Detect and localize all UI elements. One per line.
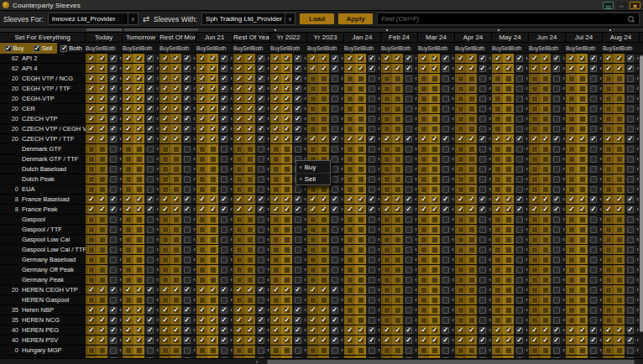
checkbox-sell[interactable] [136,297,143,304]
checkbox-buy[interactable] [162,65,169,72]
checkbox-both[interactable] [516,257,523,263]
checkbox-sell[interactable] [247,287,254,294]
checkbox-both[interactable] [369,297,375,304]
checkbox-both[interactable] [479,317,486,324]
checkbox-both[interactable] [332,317,338,324]
checkbox-both[interactable] [516,106,523,112]
checkbox-buy[interactable] [531,206,538,213]
checkbox-both[interactable] [110,136,117,143]
vertical-scrollbar[interactable] [640,54,643,358]
checkbox-buy[interactable] [199,106,206,112]
checkbox-sell[interactable] [468,206,475,213]
checkbox-sell[interactable] [99,176,106,183]
checkbox-buy[interactable] [421,337,427,344]
checkbox-sell[interactable] [616,186,623,193]
checkbox-buy[interactable] [347,126,353,133]
checkbox-buy[interactable] [125,237,132,243]
checkbox-both[interactable] [110,327,117,334]
checkbox-sell[interactable] [505,216,512,223]
checkbox-sell[interactable] [284,216,290,223]
checkbox-sell[interactable] [358,267,364,273]
checkbox-buy[interactable] [236,216,243,223]
checkbox-sell[interactable] [395,267,401,273]
checkbox-both[interactable] [221,75,227,82]
checkbox-sell[interactable] [431,337,438,344]
checkbox-both[interactable] [184,186,191,193]
checkbox-sell[interactable] [321,206,327,213]
checkbox-both[interactable] [405,287,412,294]
checkbox-both[interactable] [184,247,191,253]
checkbox-sell[interactable] [505,186,512,193]
checkbox-sell[interactable] [468,196,475,203]
checkbox-both[interactable] [221,206,227,213]
checkbox-buy[interactable] [273,146,280,153]
checkbox-buy[interactable] [199,156,206,163]
checkbox-sell[interactable] [395,297,401,304]
master-buy-toggle[interactable]: Buy [0,43,29,54]
checkbox-buy[interactable] [236,237,243,243]
checkbox-buy[interactable] [421,237,427,243]
checkbox-sell[interactable] [505,65,512,72]
checkbox-both[interactable] [258,86,264,92]
checkbox-sell[interactable] [505,247,512,253]
checkbox-sell[interactable] [284,297,290,304]
checkbox-buy[interactable] [273,317,280,324]
checkbox-buy[interactable] [531,156,538,163]
checkbox-sell[interactable] [468,65,475,72]
checkbox-buy[interactable] [421,206,427,213]
checkbox-sell[interactable] [542,65,549,72]
checkbox-both[interactable] [184,166,191,173]
checkbox-sell[interactable] [173,65,180,72]
checkbox-buy[interactable] [236,267,243,273]
checkbox-buy[interactable] [125,136,132,143]
checkbox-buy[interactable] [384,287,390,294]
checkbox-buy[interactable] [88,247,95,253]
checkbox-sell[interactable] [616,216,623,223]
checkbox-sell[interactable] [284,327,290,334]
master-both-toggle[interactable]: Both [57,43,86,54]
checkbox-both[interactable] [516,247,523,253]
checkbox-buy[interactable] [531,297,538,304]
checkbox-sell[interactable] [247,317,254,324]
checkbox-both[interactable] [295,307,301,314]
checkbox-buy[interactable] [457,327,464,334]
checkbox-buy[interactable] [236,307,243,314]
checkbox-sell[interactable] [136,257,143,263]
checkbox-both[interactable] [553,307,560,314]
checkbox-both[interactable] [590,267,597,273]
checkbox-both[interactable] [553,126,560,133]
checkbox-buy[interactable] [531,337,538,344]
checkbox-buy[interactable] [125,156,132,163]
checkbox-buy[interactable] [273,247,280,253]
checkbox-both[interactable] [405,106,412,112]
checkbox-buy[interactable] [347,106,353,112]
checkbox-both[interactable] [221,247,227,253]
checkbox-both[interactable] [553,146,560,153]
checkbox-both[interactable] [627,277,634,283]
checkbox-sell[interactable] [247,116,254,122]
checkbox-both[interactable] [627,106,634,112]
checkbox-both[interactable] [442,257,449,263]
checkbox-buy[interactable] [568,176,575,183]
checkbox-buy[interactable] [531,327,538,334]
checkbox-sell[interactable] [247,136,254,143]
checkbox-sell[interactable] [321,337,327,344]
checkbox-buy[interactable] [347,196,353,203]
checkbox-buy[interactable] [88,116,95,122]
checkbox-sell[interactable] [210,186,217,193]
checkbox-sell[interactable] [99,216,106,223]
checkbox-buy[interactable] [88,146,95,153]
checkbox-buy[interactable] [125,106,132,112]
checkbox-sell[interactable] [542,337,549,344]
checkbox-buy[interactable] [88,277,95,283]
checkbox-sell[interactable] [616,317,623,324]
checkbox-buy[interactable] [457,106,464,112]
checkbox-both[interactable] [627,337,634,344]
checkbox-buy[interactable] [236,136,243,143]
checkbox-buy[interactable] [125,96,132,102]
checkbox-both[interactable] [442,226,449,233]
checkbox-both[interactable] [332,297,338,304]
checkbox-buy[interactable] [457,267,464,273]
checkbox-buy[interactable] [568,186,575,193]
checkbox-sell[interactable] [136,96,143,102]
